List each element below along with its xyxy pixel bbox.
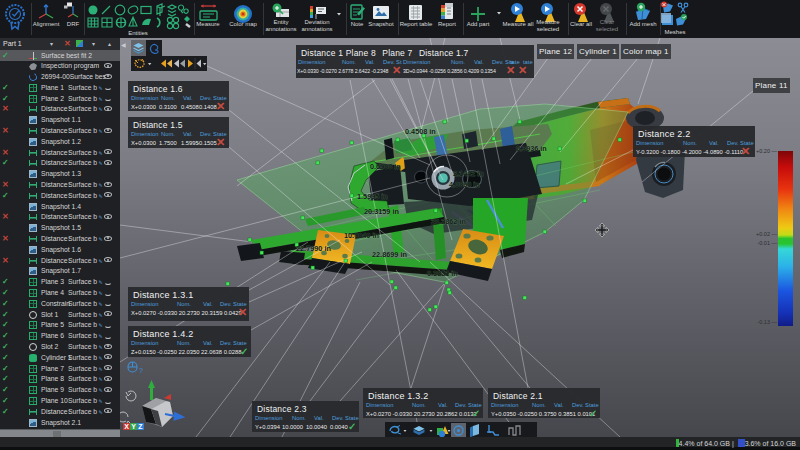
svg-text:0.3936 in: 0.3936 in [516, 144, 547, 153]
svg-text:22.7990 in: 22.7990 in [296, 244, 331, 253]
svg-text:?: ? [139, 367, 143, 374]
svg-text:1.5995 in: 1.5995 in [357, 192, 388, 201]
svg-text:10.0040 in: 10.0040 in [344, 231, 379, 240]
svg-text:4.0890 in: 4.0890 in [449, 180, 480, 189]
svg-text:0.6908 in: 0.6908 in [370, 162, 401, 171]
svg-text:0.3851 in: 0.3851 in [427, 269, 458, 278]
svg-text:20.2862 in: 20.2862 in [431, 217, 466, 226]
svg-text:20.3159 in: 20.3159 in [364, 207, 399, 216]
svg-text:2.1442 in: 2.1442 in [453, 169, 484, 178]
svg-text:22.8699 in: 22.8699 in [372, 250, 407, 259]
svg-text:0.4508 in: 0.4508 in [405, 127, 436, 136]
